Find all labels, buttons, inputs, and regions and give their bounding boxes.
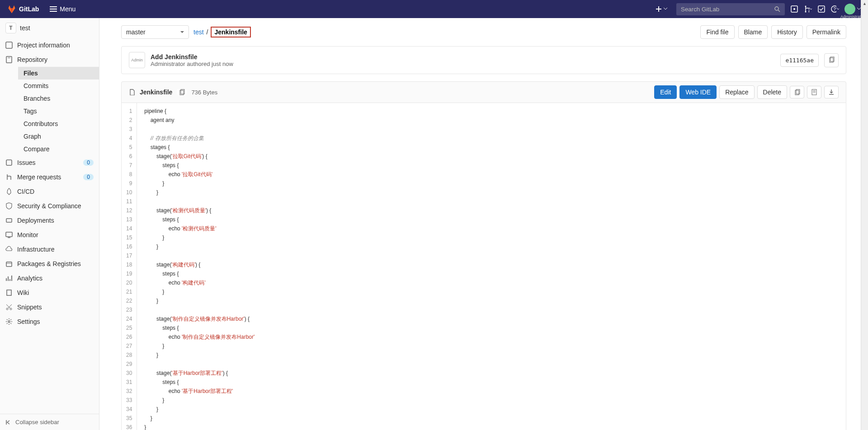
history-button[interactable]: History bbox=[771, 25, 803, 39]
breadcrumb-file: Jenkinsfile bbox=[211, 27, 250, 37]
sidebar-item-label: Files bbox=[24, 70, 38, 77]
analytics-icon bbox=[5, 275, 13, 282]
commit-sha[interactable]: e11165ae bbox=[780, 54, 819, 67]
monitor-icon bbox=[5, 231, 13, 238]
chevron-down-icon bbox=[857, 8, 861, 10]
sidebar-item-contributors[interactable]: Contributors bbox=[18, 117, 99, 130]
repository-submenu: Files Commits Branches Tags Contributors… bbox=[0, 67, 99, 155]
user-menu[interactable]: Administrator bbox=[844, 4, 861, 14]
sidebar-item-snippets[interactable]: Snippets bbox=[0, 300, 99, 314]
help-icon[interactable]: ? bbox=[831, 5, 839, 13]
merge-icon bbox=[5, 173, 13, 181]
merge-requests-shortcut-icon[interactable] bbox=[804, 5, 812, 13]
sidebar-item-label: Contributors bbox=[24, 120, 58, 127]
chevron-down-icon bbox=[809, 8, 812, 10]
sidebar-item-label: Wiki bbox=[17, 289, 29, 296]
sidebar-item-label: Snippets bbox=[17, 304, 42, 311]
create-new-button[interactable] bbox=[652, 4, 671, 14]
sidebar-item-files[interactable]: Files bbox=[18, 67, 99, 79]
sidebar-item-analytics[interactable]: Analytics bbox=[0, 271, 99, 285]
issues-badge: 0 bbox=[83, 159, 94, 166]
sidebar-item-tags[interactable]: Tags bbox=[18, 105, 99, 117]
collapse-icon bbox=[5, 419, 12, 425]
delete-button[interactable]: Delete bbox=[757, 85, 787, 99]
svg-rect-1 bbox=[656, 9, 661, 9]
sidebar-item-settings[interactable]: Settings bbox=[0, 314, 99, 329]
download-icon bbox=[828, 89, 835, 95]
permalink-button[interactable]: Permalink bbox=[807, 25, 846, 39]
sidebar-item-branches[interactable]: Branches bbox=[18, 92, 99, 105]
main-content: master test / Jenkinsfile Find file Blam… bbox=[99, 18, 868, 430]
sidebar-item-merge-requests[interactable]: Merge requests 0 bbox=[0, 170, 99, 184]
hamburger-icon bbox=[50, 6, 57, 12]
sidebar-item-issues[interactable]: Issues 0 bbox=[0, 155, 99, 170]
collapse-label: Collapse sidebar bbox=[15, 419, 59, 425]
menu-label: Menu bbox=[60, 5, 75, 13]
topbar: GitLab Menu ? Administrator bbox=[0, 0, 868, 18]
scrollbar[interactable]: ▲ bbox=[861, 0, 868, 430]
svg-text:?: ? bbox=[833, 7, 836, 12]
sidebar-item-repository[interactable]: Repository bbox=[0, 52, 99, 67]
menu-button[interactable]: Menu bbox=[50, 5, 75, 13]
sidebar-item-commits[interactable]: Commits bbox=[18, 79, 99, 92]
issues-icon bbox=[5, 159, 13, 166]
svg-point-5 bbox=[793, 8, 795, 10]
svg-point-22 bbox=[8, 321, 10, 322]
brand-text: GitLab bbox=[19, 5, 39, 13]
commit-author[interactable]: Administrator bbox=[151, 61, 185, 67]
search-box[interactable] bbox=[676, 3, 785, 15]
code-content: pipeline { agent any // 存放所有任务的合集 stages… bbox=[137, 103, 846, 430]
copy-contents-button[interactable] bbox=[790, 86, 804, 98]
sidebar-item-compare[interactable]: Compare bbox=[18, 143, 99, 155]
copy-icon bbox=[179, 89, 185, 95]
download-button[interactable] bbox=[824, 86, 839, 98]
commit-title[interactable]: Add Jenkinsfile bbox=[151, 53, 775, 61]
code-viewer: 1234567891011121314151617181920212223242… bbox=[121, 103, 846, 430]
sidebar-item-packages[interactable]: Packages & Registries bbox=[0, 257, 99, 271]
plus-icon bbox=[656, 6, 662, 12]
document-icon bbox=[811, 89, 817, 95]
scroll-up-arrow[interactable]: ▲ bbox=[861, 0, 868, 7]
sidebar-item-security[interactable]: Security & Compliance bbox=[0, 199, 99, 213]
sidebar-item-wiki[interactable]: Wiki bbox=[0, 285, 99, 300]
project-header[interactable]: T test bbox=[0, 18, 99, 38]
search-input[interactable] bbox=[681, 6, 774, 13]
info-icon bbox=[5, 42, 13, 49]
sidebar-item-label: Graph bbox=[24, 133, 41, 140]
sidebar-item-monitor[interactable]: Monitor bbox=[0, 228, 99, 242]
replace-button[interactable]: Replace bbox=[719, 85, 754, 99]
sidebar-item-label: Merge requests bbox=[17, 173, 61, 181]
mr-badge: 0 bbox=[83, 174, 94, 180]
sidebar-item-infrastructure[interactable]: Infrastructure bbox=[0, 242, 99, 257]
commit-meta: Administrator authored just now bbox=[151, 61, 775, 67]
branch-selector[interactable]: master bbox=[121, 25, 189, 39]
deployment-icon bbox=[5, 217, 13, 224]
copy-filepath-button[interactable] bbox=[177, 89, 187, 95]
web-ide-button[interactable]: Web IDE bbox=[679, 85, 717, 99]
edit-button[interactable]: Edit bbox=[654, 85, 677, 99]
breadcrumb-separator: / bbox=[207, 28, 208, 36]
gitlab-logo[interactable]: GitLab bbox=[7, 5, 39, 14]
sidebar-item-graph[interactable]: Graph bbox=[18, 130, 99, 143]
commit-author-avatar: Admin bbox=[129, 52, 145, 68]
todos-icon[interactable] bbox=[817, 5, 826, 13]
breadcrumb-root[interactable]: test bbox=[193, 28, 204, 36]
sidebar-item-label: Repository bbox=[17, 56, 47, 63]
file-path-row: master test / Jenkinsfile Find file Blam… bbox=[121, 25, 846, 39]
chevron-down-icon bbox=[664, 8, 667, 10]
find-file-button[interactable]: Find file bbox=[700, 25, 734, 39]
sidebar-item-cicd[interactable]: CI/CD bbox=[0, 184, 99, 199]
collapse-sidebar-button[interactable]: Collapse sidebar bbox=[0, 414, 99, 430]
svg-rect-13 bbox=[6, 56, 12, 63]
copy-sha-button[interactable] bbox=[824, 53, 839, 67]
sidebar-item-deployments[interactable]: Deployments bbox=[0, 213, 99, 228]
book-icon bbox=[5, 289, 13, 296]
svg-rect-12 bbox=[6, 42, 12, 48]
sidebar-item-project-information[interactable]: Project information bbox=[0, 38, 99, 52]
blame-button[interactable]: Blame bbox=[738, 25, 768, 39]
sidebar-item-label: Monitor bbox=[17, 231, 38, 238]
raw-button[interactable] bbox=[807, 86, 821, 98]
file-name: Jenkinsfile bbox=[140, 89, 172, 96]
issues-shortcut-icon[interactable] bbox=[790, 5, 798, 13]
svg-rect-16 bbox=[6, 219, 12, 222]
